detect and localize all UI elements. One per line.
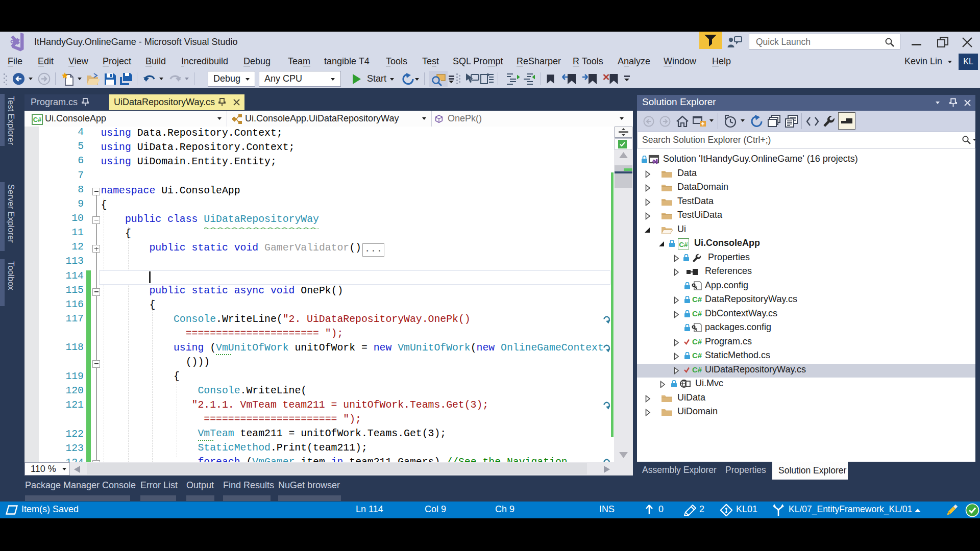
svg-text:C#: C# xyxy=(33,116,42,123)
